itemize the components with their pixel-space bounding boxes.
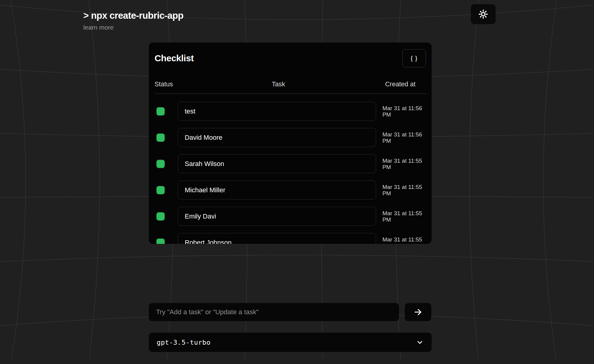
task-row: Mar 31 at 11:55 PM [155, 207, 426, 226]
json-view-button[interactable]: { } [402, 49, 426, 67]
checklist-title: Checklist [155, 53, 194, 63]
created-at-text: Mar 31 at 11:56 PM [382, 131, 426, 144]
task-list: Mar 31 at 11:56 PM Mar 31 at 11:56 PM Ma… [155, 102, 426, 244]
task-input[interactable] [178, 102, 376, 121]
task-input[interactable] [178, 128, 376, 147]
task-input[interactable] [178, 233, 376, 244]
status-checkbox[interactable] [156, 238, 165, 244]
table-header: Status Task Created at [155, 81, 426, 88]
arrow-right-icon [413, 307, 423, 317]
created-at-text: Mar 31 at 11:55 PM [382, 158, 426, 170]
task-row: Mar 31 at 11:56 PM [155, 128, 426, 147]
task-row: Mar 31 at 11:55 PM [155, 180, 426, 200]
model-select[interactable]: gpt-3.5-turbo [149, 333, 432, 352]
status-checkbox[interactable] [156, 212, 165, 221]
created-at-text: Mar 31 at 11:55 PM [382, 210, 426, 223]
sun-icon [478, 9, 488, 19]
task-input[interactable] [178, 180, 376, 200]
column-task: Task [178, 81, 379, 88]
created-at-text: Mar 31 at 11:55 PM [382, 236, 426, 244]
task-row: Mar 31 at 11:55 PM [155, 154, 426, 173]
task-row: Mar 31 at 11:55 PM [155, 233, 426, 244]
task-input[interactable] [178, 154, 376, 173]
header-divider [155, 94, 426, 94]
theme-toggle-button[interactable] [471, 4, 496, 24]
task-input[interactable] [178, 207, 376, 226]
app-header: > npx create-rubric-app learn more [83, 10, 184, 31]
command-input[interactable] [149, 303, 399, 321]
learn-more-link[interactable]: learn more [83, 24, 184, 31]
submit-button[interactable] [405, 303, 431, 321]
app-title: > npx create-rubric-app [83, 10, 184, 21]
status-checkbox[interactable] [156, 133, 165, 142]
chevron-down-icon [416, 338, 424, 346]
column-status: Status [155, 81, 178, 88]
status-checkbox[interactable] [156, 107, 165, 116]
status-checkbox[interactable] [156, 160, 165, 168]
created-at-text: Mar 31 at 11:55 PM [382, 184, 426, 196]
status-checkbox[interactable] [156, 186, 165, 194]
task-row: Mar 31 at 11:56 PM [155, 102, 426, 121]
checklist-card: Checklist { } Status Task Created at Mar… [149, 43, 432, 244]
created-at-text: Mar 31 at 11:56 PM [382, 105, 426, 118]
model-select-value: gpt-3.5-turbo [157, 339, 211, 346]
column-created-at: Created at [385, 81, 426, 88]
